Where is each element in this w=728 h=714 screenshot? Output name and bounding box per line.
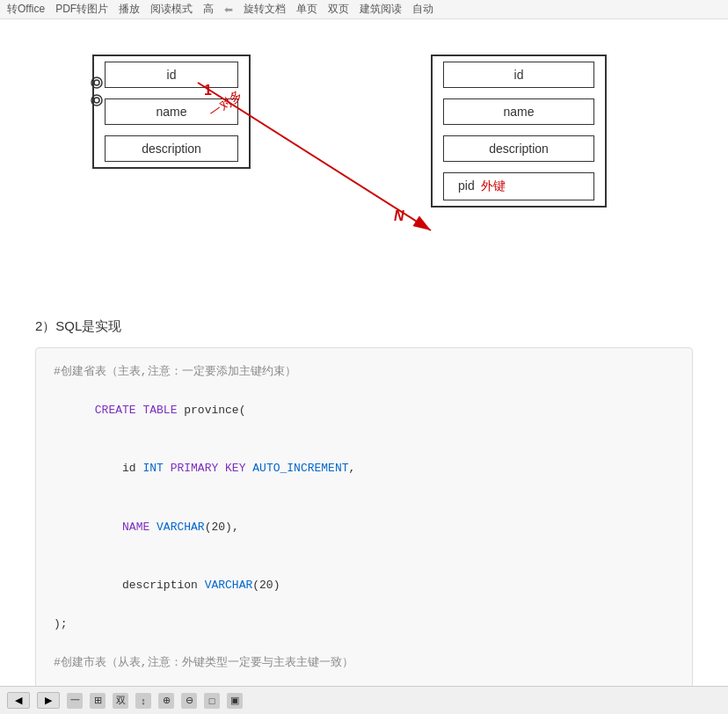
right-table-row-pid: pid 外键 <box>443 172 594 200</box>
zoom-in-icon[interactable]: ⊕ <box>158 693 174 709</box>
main-content: id name description id name description … <box>0 19 728 714</box>
toolbar-item-double[interactable]: 双页 <box>328 2 349 17</box>
toolbar-item-play[interactable]: 播放 <box>119 2 140 17</box>
svg-point-3 <box>94 98 99 103</box>
code-create-province: CREATE TABLE province( <box>54 382 674 440</box>
bottom-bar: ◀ ▶ 一 ⊞ 双 ↕ ⊕ ⊖ □ ▣ <box>0 686 728 714</box>
code-comment-1: #创建省表（主表,注意：一定要添加主键约束） <box>54 362 674 382</box>
right-table-row-id: id <box>443 62 594 88</box>
view-double-icon[interactable]: ⊞ <box>90 693 106 709</box>
diagram-area: id name description id name description … <box>35 37 693 292</box>
toolbar-item-arch[interactable]: 建筑阅读 <box>360 2 402 17</box>
right-table-row-description: description <box>443 135 594 162</box>
scroll-icon[interactable]: ↕ <box>135 693 151 709</box>
code-province-id: id INT PRIMARY KEY AUTO_INCREMENT, <box>54 440 674 498</box>
zoom-out-icon[interactable]: ⊖ <box>181 693 197 709</box>
svg-point-1 <box>94 80 99 85</box>
svg-point-2 <box>91 95 102 106</box>
left-table-row-description: description <box>105 135 238 162</box>
code-table-name-province: province( <box>177 404 245 417</box>
code-blank-1 <box>54 634 674 653</box>
toolbar-item-read[interactable]: 阅读模式 <box>150 2 193 17</box>
relation-num-n: N <box>394 208 404 224</box>
code-keyword-create1: CREATE TABLE <box>95 404 178 417</box>
relation-circles <box>90 76 111 113</box>
toolbar-item-pdf[interactable]: PDF转图片 <box>55 2 108 17</box>
toolbar-item-single[interactable]: 单页 <box>296 2 317 17</box>
code-province-name: NAME VARCHAR(20), <box>54 499 674 557</box>
toolbar-item-office[interactable]: 转Office <box>7 2 45 17</box>
right-table: id name description pid 外键 <box>431 55 607 208</box>
view-dual-icon[interactable]: 双 <box>113 693 128 709</box>
toolbar-item-rotate[interactable]: 旋转文档 <box>244 2 286 17</box>
view-single-icon[interactable]: 一 <box>67 693 83 709</box>
fullscreen-icon[interactable]: □ <box>204 693 220 709</box>
code-province-desc: description VARCHAR(20) <box>54 557 674 615</box>
grid-icon[interactable]: ▣ <box>227 693 243 709</box>
code-comment-2: #创建市表（从表,注意：外键类型一定要与主表主键一致） <box>54 653 674 673</box>
nav-next-btn[interactable]: ▶ <box>37 692 60 709</box>
relation-num-1: 1 <box>204 83 212 98</box>
code-province-close: ); <box>54 615 674 634</box>
code-block: #创建省表（主表,注意：一定要添加主键约束） CREATE TABLE prov… <box>35 347 693 714</box>
section-heading: 2）SQL是实现 <box>35 318 693 335</box>
svg-point-0 <box>91 77 102 88</box>
toolbar-item-high[interactable]: 高 <box>203 2 214 17</box>
right-table-row-name: name <box>443 98 594 125</box>
left-table-row-id: id <box>105 62 238 88</box>
toolbar: 转Office PDF转图片 播放 阅读模式 高 ⬅ 旋转文档 单页 双页 建筑… <box>0 0 728 19</box>
toolbar-item-auto[interactable]: 自动 <box>412 2 433 17</box>
nav-prev-btn[interactable]: ◀ <box>7 692 30 709</box>
